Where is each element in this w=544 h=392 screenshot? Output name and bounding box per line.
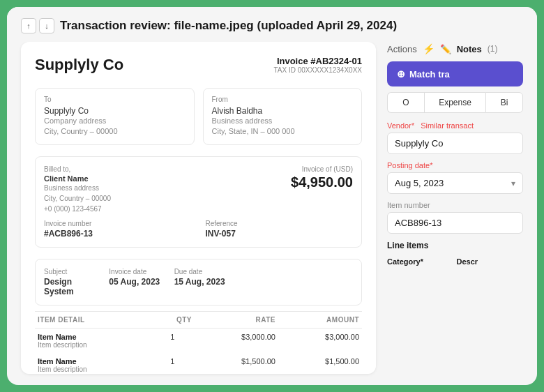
due-date-field: Due date 15 Aug, 2023 — [174, 268, 228, 296]
reference-value: INV-057 — [206, 229, 354, 239]
item-number-value[interactable]: ACB896-13 — [387, 212, 523, 234]
col-qty: QTY — [151, 311, 195, 328]
similar-transactions-link[interactable]: Similar transact — [421, 121, 474, 130]
match-transaction-button[interactable]: ⊕ Match tra — [387, 61, 523, 86]
line-items-col-category: Category* — [387, 255, 454, 269]
content-area: Supplyly Co Invoice #AB2324-01 TAX ID 00… — [7, 42, 537, 385]
item-detail-1: Item Name Item description — [35, 353, 151, 374]
actions-header: Actions ⚡ ✏️ Notes (1) — [387, 42, 523, 54]
item-detail-0: Item Name Item description — [35, 328, 151, 353]
company-name: Supplyly Co — [35, 56, 123, 74]
invoice-number-block: Invoice #AB2324-01 TAX ID 00XXXXX1234X0X… — [273, 56, 362, 74]
to-address1: Company address — [44, 116, 186, 126]
line-items-col-description: Descr — [457, 255, 524, 269]
billing-left: Billed to, Client Name Business address … — [44, 165, 291, 214]
table-row: Item Name Item description 1 $1,500.00 $… — [35, 353, 362, 374]
match-icon: ⊕ — [397, 68, 405, 80]
subject-value: Design System — [44, 277, 98, 296]
from-address1: Business address — [212, 116, 354, 126]
from-address-box: From Alvish Baldha Business address City… — [203, 88, 363, 145]
item-number-label: Item number — [387, 201, 523, 209]
billing-top: Billed to, Client Name Business address … — [44, 165, 353, 214]
subject-label: Subject — [44, 268, 98, 276]
chevron-down-icon: ▾ — [511, 179, 515, 188]
col-rate: RATE — [195, 311, 278, 328]
lightning-icon: ⚡ — [423, 43, 435, 54]
main-container: ↑ ↓ Transaction review: file-name.jpeg (… — [7, 7, 537, 385]
actions-label: Actions — [387, 44, 417, 54]
match-btn-label: Match tra — [409, 69, 450, 80]
client-address2: City, Country – 00000 — [44, 193, 291, 204]
line-items-section-title: Line items — [387, 241, 523, 250]
posting-date-field[interactable]: Aug 5, 2023 ▾ — [387, 172, 523, 194]
nav-down-button[interactable]: ↓ — [39, 18, 54, 33]
col-item-detail: ITEM DETAIL — [35, 311, 151, 328]
invoice-number-field: Invoice number #ACB896-13 — [44, 220, 192, 239]
invoice-table: ITEM DETAIL QTY RATE AMOUNT Item Name It… — [35, 311, 362, 374]
due-date-label: Due date — [174, 268, 228, 276]
billed-to-label: Billed to, — [44, 165, 291, 173]
address-row: To Supplyly Co Company address City, Cou… — [35, 88, 362, 145]
item-qty-0: 1 — [151, 328, 195, 353]
item-rate-1: $1,500.00 — [195, 353, 278, 374]
item-rate-0: $3,000.00 — [195, 328, 278, 353]
subject-field: Subject Design System — [44, 268, 98, 296]
to-address-box: To Supplyly Co Company address City, Cou… — [35, 88, 195, 145]
item-amount-0: $3,000.00 — [278, 328, 362, 353]
billing-right: Invoice of (USD) $4,950.00 — [291, 165, 353, 214]
invoice-header: Supplyly Co Invoice #AB2324-01 TAX ID 00… — [35, 56, 362, 74]
nav-up-button[interactable]: ↑ — [21, 18, 36, 33]
to-company: Supplyly Co — [44, 106, 186, 116]
invoice-date-field: Invoice date 05 Aug, 2023 — [109, 268, 163, 296]
col-amount: AMOUNT — [278, 311, 362, 328]
line-items-header: Category* Descr — [387, 255, 523, 269]
invoice-of-label: Invoice of (USD) — [291, 165, 353, 173]
posting-date-label: Posting date* — [387, 161, 523, 169]
invoice-date-value: 05 Aug, 2023 — [109, 277, 163, 287]
client-name: Client Name — [44, 174, 291, 183]
to-address2: City, Country – 00000 — [44, 126, 186, 137]
invoice-date-label: Invoice date — [109, 268, 163, 276]
edit-icon: ✏️ — [440, 44, 451, 54]
reference-label: Reference — [206, 220, 354, 227]
right-panel: Actions ⚡ ✏️ Notes (1) ⊕ Match tra O Exp… — [387, 42, 523, 374]
invoice-number-value: #ACB896-13 — [44, 229, 192, 239]
other-tab[interactable]: O — [387, 92, 424, 113]
vendor-field-label: Vendor* Similar transact — [387, 121, 523, 130]
page-title: Transaction review: file-name.jpeg (uplo… — [60, 19, 397, 33]
client-phone: +0 (000) 123-4567 — [44, 204, 291, 214]
item-qty-1: 1 — [151, 353, 195, 374]
from-name: Alvish Baldha — [212, 106, 354, 116]
billing-mid: Invoice number #ACB896-13 Reference INV-… — [44, 220, 353, 239]
from-label: From — [212, 96, 354, 103]
subject-dates: Subject Design System Invoice date 05 Au… — [35, 259, 362, 306]
to-label: To — [44, 96, 186, 103]
due-date-value: 15 Aug, 2023 — [174, 277, 228, 287]
type-tabs: O Expense Bi — [387, 92, 523, 113]
notes-label[interactable]: Notes — [457, 44, 482, 54]
posting-date-value: Aug 5, 2023 — [395, 178, 444, 188]
reference-field: Reference INV-057 — [206, 220, 354, 239]
vendor-value[interactable]: Supplyly Co — [387, 133, 523, 154]
from-address2: City, State, IN – 000 000 — [212, 126, 354, 137]
bill-tab[interactable]: Bi — [485, 92, 523, 113]
nav-arrows: ↑ ↓ — [21, 18, 54, 33]
invoice-amount: $4,950.00 — [291, 174, 353, 190]
item-amount-1: $1,500.00 — [278, 353, 362, 374]
expense-tab[interactable]: Expense — [424, 92, 486, 113]
invoice-panel: Supplyly Co Invoice #AB2324-01 TAX ID 00… — [21, 42, 376, 374]
invoice-number-field-label: Invoice number — [44, 220, 192, 227]
tax-id: TAX ID 00XXXXX1234X0XX — [273, 66, 362, 74]
header: ↑ ↓ Transaction review: file-name.jpeg (… — [7, 7, 537, 42]
notes-count: (1) — [488, 44, 498, 54]
client-address1: Business address — [44, 183, 291, 193]
table-row: Item Name Item description 1 $3,000.00 $… — [35, 328, 362, 353]
billing-section: Billed to, Client Name Business address … — [35, 156, 362, 248]
invoice-number-label: Invoice #AB2324-01 — [273, 56, 362, 66]
